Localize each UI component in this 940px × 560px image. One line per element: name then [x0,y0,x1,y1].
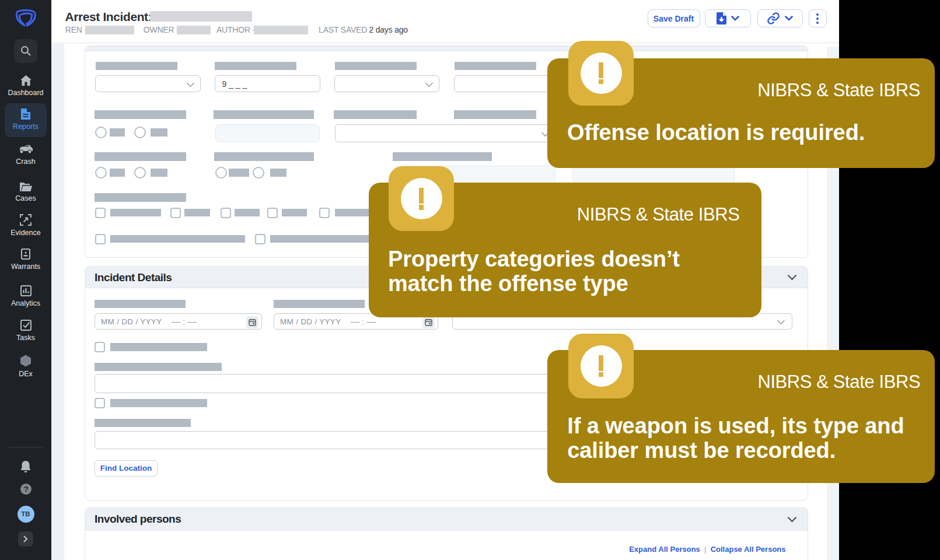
svg-text:?: ? [23,485,28,494]
